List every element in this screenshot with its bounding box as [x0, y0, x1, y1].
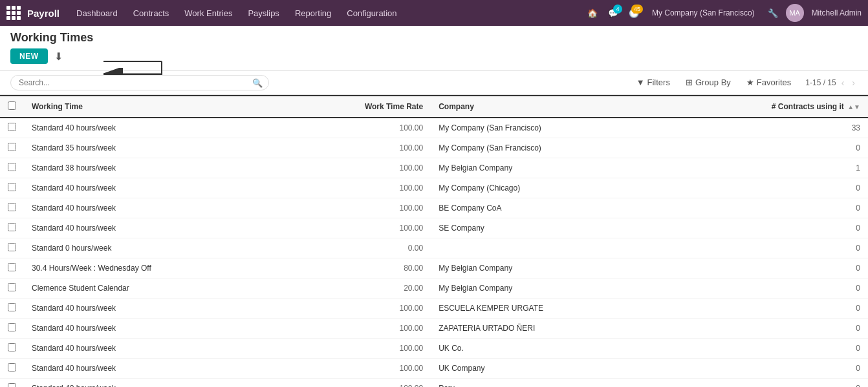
row-rate: 0.00	[287, 238, 431, 258]
col-working-time[interactable]: Working Time	[24, 96, 287, 118]
col-contracts[interactable]: # Contracts using it ▲▼	[665, 96, 868, 118]
row-checkbox[interactable]	[8, 163, 16, 171]
download-button[interactable]: ⬇	[52, 48, 65, 65]
table-row[interactable]: Standard 40 hours/week 100.00 BE Company…	[0, 198, 868, 218]
pagination-info: 1-15 / 15	[805, 78, 836, 87]
table-row[interactable]: Standard 40 hours/week 100.00 UK Company…	[0, 358, 868, 378]
new-button[interactable]: NEW	[10, 48, 48, 64]
col-work-time-rate[interactable]: Work Time Rate	[287, 96, 431, 118]
row-checkbox-cell[interactable]	[0, 138, 24, 158]
row-checkbox-cell[interactable]	[0, 118, 24, 138]
row-checkbox-cell[interactable]	[0, 178, 24, 198]
prev-page-button[interactable]: ‹	[839, 76, 847, 89]
tools-icon[interactable]: 🔧	[765, 6, 781, 21]
row-rate: 100.00	[287, 338, 431, 358]
row-working-time[interactable]: Standard 38 hours/week	[24, 158, 287, 178]
row-working-time[interactable]: Standard 40 hours/week	[24, 218, 287, 238]
nav-contracts[interactable]: Contracts	[127, 0, 176, 26]
select-all-header[interactable]	[0, 96, 24, 118]
row-working-time[interactable]: Standard 40 hours/week	[24, 198, 287, 218]
chat-icon[interactable]: 💬 4	[605, 6, 621, 21]
row-company: My Company (San Francisco)	[431, 118, 665, 138]
row-checkbox[interactable]	[8, 223, 16, 231]
table-row[interactable]: Standard 40 hours/week 100.00 SE Company…	[0, 218, 868, 238]
app-name[interactable]: Payroll	[27, 8, 60, 19]
row-working-time[interactable]: 30.4 Hours/Week : Wednesday Off	[24, 258, 287, 278]
row-working-time[interactable]: Clemence Student Calendar	[24, 278, 287, 298]
row-checkbox-cell[interactable]	[0, 158, 24, 178]
row-checkbox-cell[interactable]	[0, 238, 24, 258]
nav-configuration[interactable]: Configuration	[340, 0, 403, 26]
row-checkbox[interactable]	[8, 383, 16, 387]
row-working-time[interactable]: Standard 40 hours/week	[24, 298, 287, 318]
row-working-time[interactable]: Standard 40 hours/week	[24, 338, 287, 358]
row-checkbox-cell[interactable]	[0, 198, 24, 218]
app-grid-icon[interactable]	[6, 6, 21, 20]
row-checkbox-cell[interactable]	[0, 318, 24, 338]
table-row[interactable]: Standard 40 hours/week 100.00 UK Co. 0	[0, 338, 868, 358]
user-avatar[interactable]: MA	[786, 4, 804, 22]
nav-work-entries[interactable]: Work Entries	[178, 0, 239, 26]
row-company: ZAPATERIA URTADO ÑERI	[431, 318, 665, 338]
row-working-time[interactable]: Standard 0 hours/week	[24, 238, 287, 258]
row-checkbox[interactable]	[8, 123, 16, 131]
table-row[interactable]: Standard 0 hours/week 0.00 0	[0, 238, 868, 258]
row-checkbox[interactable]	[8, 243, 16, 251]
group-by-button[interactable]: ⊞ Group By	[679, 75, 737, 90]
row-checkbox[interactable]	[8, 203, 16, 211]
row-checkbox-cell[interactable]	[0, 358, 24, 378]
row-checkbox[interactable]	[8, 183, 16, 191]
row-contracts: 0	[665, 338, 868, 358]
row-checkbox[interactable]	[8, 303, 16, 311]
row-checkbox[interactable]	[8, 143, 16, 151]
row-checkbox-cell[interactable]	[0, 338, 24, 358]
row-checkbox-cell[interactable]	[0, 258, 24, 278]
row-contracts: 1	[665, 158, 868, 178]
row-checkbox-cell[interactable]	[0, 218, 24, 238]
row-working-time[interactable]: Standard 35 hours/week	[24, 138, 287, 158]
row-company: UK Co.	[431, 338, 665, 358]
row-checkbox[interactable]	[8, 323, 16, 331]
row-working-time[interactable]: Standard 40 hours/week	[24, 118, 287, 138]
row-company: SE Company	[431, 218, 665, 238]
table-row[interactable]: Standard 40 hours/week 100.00 My Company…	[0, 118, 868, 138]
sub-header: Working Times NEW ⬇	[0, 26, 868, 71]
table-row[interactable]: Standard 38 hours/week 100.00 My Belgian…	[0, 158, 868, 178]
table-row[interactable]: Standard 40 hours/week 100.00 Peru 0	[0, 378, 868, 387]
table-row[interactable]: Standard 40 hours/week 100.00 My Company…	[0, 178, 868, 198]
filters-button[interactable]: ▼ Filters	[630, 75, 677, 90]
row-working-time[interactable]: Standard 40 hours/week	[24, 318, 287, 338]
row-working-time[interactable]: Standard 40 hours/week	[24, 358, 287, 378]
row-company: My Company (Chicago)	[431, 178, 665, 198]
row-working-time[interactable]: Standard 40 hours/week	[24, 178, 287, 198]
home-icon[interactable]: 🏠	[585, 6, 600, 21]
row-checkbox-cell[interactable]	[0, 378, 24, 387]
row-checkbox[interactable]	[8, 343, 16, 351]
row-contracts: 0	[665, 378, 868, 387]
row-working-time[interactable]: Standard 40 hours/week	[24, 378, 287, 387]
row-checkbox[interactable]	[8, 283, 16, 291]
table-row[interactable]: Standard 40 hours/week 100.00 ZAPATERIA …	[0, 318, 868, 338]
nav-payslips[interactable]: Payslips	[241, 0, 285, 26]
nav-dashboard[interactable]: Dashboard	[70, 0, 124, 26]
table-container: Working Time Work Time Rate Company # Co…	[0, 95, 868, 387]
favorites-button[interactable]: ★ Favorites	[740, 75, 797, 90]
table-row[interactable]: 30.4 Hours/Week : Wednesday Off 80.00 My…	[0, 258, 868, 278]
row-contracts: 0	[665, 138, 868, 158]
row-checkbox-cell[interactable]	[0, 278, 24, 298]
row-checkbox-cell[interactable]	[0, 298, 24, 318]
table-row[interactable]: Standard 40 hours/week 100.00 ESCUELA KE…	[0, 298, 868, 318]
row-checkbox[interactable]	[8, 263, 16, 271]
row-contracts: 0	[665, 298, 868, 318]
table-row[interactable]: Standard 35 hours/week 100.00 My Company…	[0, 138, 868, 158]
clock-icon[interactable]: 🕐 45	[626, 6, 642, 21]
row-checkbox[interactable]	[8, 363, 16, 371]
user-name[interactable]: Mitchell Admin	[812, 8, 862, 17]
col-company[interactable]: Company	[431, 96, 665, 118]
next-page-button[interactable]: ›	[849, 76, 858, 89]
nav-reporting[interactable]: Reporting	[288, 0, 338, 26]
search-input[interactable]	[10, 75, 269, 90]
select-all-checkbox[interactable]	[8, 101, 16, 110]
table-row[interactable]: Clemence Student Calendar 20.00 My Belgi…	[0, 278, 868, 298]
row-rate: 100.00	[287, 218, 431, 238]
